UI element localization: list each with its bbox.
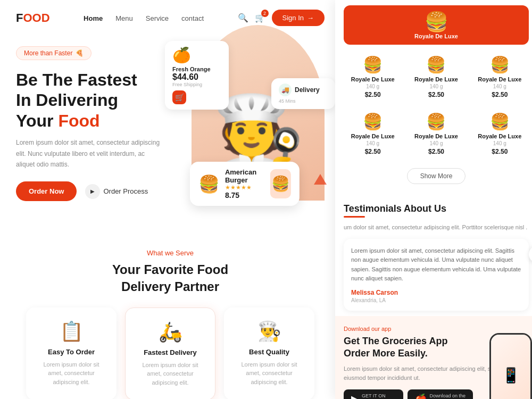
logo-text: OOD [23,11,49,24]
product-featured: 🍔 Royale De Luxe [344,5,529,45]
left-panel: FOOD Home Menu Service contact 🔍 🛒2 Sign… [0,0,340,399]
nav-contact[interactable]: contact [181,14,204,22]
quality-icon: 👨‍🍳 [235,320,304,343]
serve-title: Your Favorite Food Delivery Partner [16,261,325,294]
serve-cards: 📋 Easy To Order Lorem ipsum dolor sit am… [16,307,325,399]
burger-stars: ★★★★★ [225,184,265,191]
fruit-label: Free Shipping [172,82,221,87]
order-icon: 📋 [37,320,106,343]
serve-card-quality: 👨‍🍳 Best Quality Lorem ipsum dolor sit a… [224,307,314,399]
burger-title: American Burger [225,168,265,184]
testimonials-title: Testimonials About Us [344,203,529,218]
delivery-icon: 🚚 [279,84,292,96]
product-item-2[interactable]: 🍔 Royale De Luxe 140 g $2.50 [407,51,465,103]
burger-rating: 8.75 [225,191,265,200]
product-item-5[interactable]: 🍔 Royale De Luxe 140 g $2.50 [407,108,465,160]
cart-icon[interactable]: 🛒2 [255,13,265,23]
phone-screen: 📱 [491,335,530,399]
delivery-card: 🚚 Delivery 45 Mins [271,78,335,109]
burger-image: 🍔 [270,169,291,198]
serve-card-delivery: 🛵 Fastest Delivery Lorem ipsum dolor sit… [125,307,215,399]
product-price-6: $2.50 [475,148,525,155]
hero-description: Lorem ipsum dolor sit amet, consectetur … [16,137,165,170]
app-store-button[interactable]: 🍎 Download on the App Store [408,389,473,399]
product-price-4: $2.50 [348,148,397,155]
product-img-6: 🍔 [475,112,525,131]
burger-card: 🍔 American Burger ★★★★★ 8.75 🍔 [190,162,300,206]
product-price-1: $2.50 [348,91,397,98]
logo: FOOD [16,11,50,25]
app-store-text: Download on the App Store [430,393,466,399]
navbar: FOOD Home Menu Service contact 🔍 🛒2 Sign… [0,0,340,36]
burger-info: American Burger ★★★★★ 8.75 [225,168,265,200]
testimonial-text: Lorem ipsum dolor sit amet, consectetur … [351,246,521,284]
product-img-4: 🍔 [348,112,397,131]
triangle-decoration [314,174,327,185]
product-item-4[interactable]: 🍔 Royale De Luxe 140 g $2.50 [344,108,402,160]
testimonial-author: Melissa Carson [351,289,521,296]
hero-image-area: 🧑‍🍳 🍊 Fresh Orange $44.60 Free Shipping … [149,36,340,217]
product-price-5: $2.50 [411,148,461,155]
delivery-icon: 🛵 [136,321,204,343]
delivery-subtitle: 45 Mins [279,98,328,104]
fruit-price: $44.60 [172,72,221,82]
product-item-3[interactable]: 🍔 Royale De Luxe 140 g $2.50 [471,51,529,103]
right-panel: 🍔 Royale De Luxe 🍔 Royale De Luxe 140 g … [335,0,532,399]
nav-service[interactable]: Service [146,14,169,22]
show-more-button[interactable]: Show More [407,168,466,184]
logo-f: F [16,11,23,24]
product-price-2: $2.50 [411,91,461,98]
product-name-5: Royale De Luxe [411,133,461,139]
hero-badge: More than Faster 🍕 [16,46,92,60]
product-name-6: Royale De Luxe [475,133,525,139]
hero-section: More than Faster 🍕 Be The Fastest In Del… [0,36,340,201]
play-icon: ▶ [85,184,100,199]
add-to-cart-button[interactable]: 🛒 [172,90,186,104]
order-now-button[interactable]: Order Now [16,181,77,201]
product-grid: 🍔 Royale De Luxe 140 g $2.50 🍔 Royale De… [344,51,529,160]
product-item-1[interactable]: 🍔 Royale De Luxe 140 g $2.50 [344,51,402,103]
product-img-5: 🍔 [411,112,461,131]
chevron-right-button[interactable]: › [529,246,532,263]
card-order-title: Easy To Order [37,348,106,356]
product-img-3: 🍔 [475,55,525,74]
featured-img: 🍔 [349,11,523,33]
card-delivery-desc: Lorem ipsum dolor sit amet, consectetur … [136,361,204,387]
serve-section: What we Serve Your Favorite Food Deliver… [0,233,340,399]
nav-menu[interactable]: Menu [115,14,133,22]
google-play-text: GET IT ON Google Play [362,393,396,399]
serve-label: What we Serve [16,249,325,257]
fruit-icon: 🍊 [172,46,221,64]
serve-card-order: 📋 Easy To Order Lorem ipsum dolor sit am… [26,307,117,399]
card-delivery-title: Fastest Delivery [136,348,204,356]
nav-icons: 🔍 🛒2 Sign In → [238,10,325,26]
order-process-button[interactable]: ▶ Order Process [85,184,148,199]
apple-icon: 🍎 [415,393,427,399]
product-price-3: $2.50 [475,91,525,98]
fruit-card: 🍊 Fresh Orange $44.60 Free Shipping 🛒 [165,41,229,110]
product-img-2: 🍔 [411,55,461,74]
search-icon[interactable]: 🔍 [238,13,248,23]
product-weight-1: 140 g [348,84,397,89]
card-order-desc: Lorem ipsum dolor sit amet, consectetur … [37,360,106,387]
card-quality-desc: Lorem ipsum dolor sit amet, consectetur … [235,360,304,387]
nav-home[interactable]: Home [84,14,103,22]
testimonial-card: Lorem ipsum dolor sit amet, consectetur … [344,239,529,311]
card-quality-title: Best Quality [235,348,304,356]
product-name-2: Royale De Luxe [411,76,461,82]
app-download-label: Download our app [344,326,529,332]
phone-mockup: 📱 [489,333,532,399]
product-weight-4: 140 g [348,140,397,146]
product-item-6[interactable]: 🍔 Royale De Luxe 140 g $2.50 [471,108,529,160]
signin-button[interactable]: Sign In → [272,10,325,26]
product-weight-2: 140 g [411,84,461,89]
testimonials-section: Testimonials About Us um dolor sit amet,… [335,198,532,311]
google-play-button[interactable]: ▶ GET IT ON Google Play [344,389,403,399]
cart-badge: 2 [261,10,269,17]
product-weight-5: 140 g [411,140,461,146]
nav-links: Home Menu Service contact [84,13,204,23]
product-name-3: Royale De Luxe [475,76,525,82]
product-weight-6: 140 g [475,140,525,146]
product-name-4: Royale De Luxe [348,133,397,139]
google-play-icon: ▶ [351,393,359,399]
